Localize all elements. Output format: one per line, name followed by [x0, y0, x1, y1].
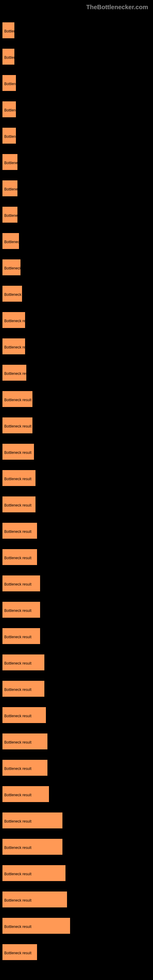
- spec-label: Bottleneck result for Intel Core i3-1210…: [4, 515, 118, 519]
- x-axis-tick: 100: [150, 966, 153, 969]
- spec-label: Bottleneck result for Intel Core i3-1210…: [4, 67, 111, 71]
- bar-category-label: Bottleneck result: [4, 530, 32, 534]
- bar-area: Bottleneck result40: [2, 813, 152, 830]
- spec-label: Bottleneck result for Intel Core i3-1210…: [4, 805, 127, 812]
- chart-row: Bottleneck result for Intel Core i3-1210…: [2, 805, 152, 831]
- x-axis-tick: 50: [76, 966, 79, 969]
- x-axis-tick: 0: [2, 966, 3, 969]
- spec-label: Bottleneck result for Intel Core i3-1210…: [4, 41, 116, 45]
- x-axis-tick: 80: [121, 966, 124, 969]
- chart-row: Bottleneck result for Intel Core i3-1210…: [2, 646, 152, 673]
- bar-value-label: 9: [18, 108, 20, 112]
- bar-value-label: 10: [19, 213, 23, 218]
- bar-value-label: 8: [16, 29, 18, 33]
- spec-label: Bottleneck result for Intel Core i3-1210…: [4, 251, 118, 255]
- bar-area: Bottleneck result9: [2, 75, 152, 93]
- bar-category-label: Bottleneck result: [4, 213, 32, 218]
- bar-area: Bottleneck result20: [2, 391, 152, 409]
- bar-category-label: Bottleneck result: [4, 898, 32, 902]
- bar-area: Bottleneck result23: [2, 944, 152, 962]
- bar-value-label: 21: [36, 450, 40, 455]
- bar-value-label: 11: [21, 240, 25, 244]
- bar-value-label: 22: [37, 477, 41, 481]
- bar-value-label: 25: [42, 635, 46, 639]
- bar-area: Bottleneck result25: [2, 576, 152, 593]
- chart-row: Bottleneck result for Intel Core i3-1210…: [2, 409, 152, 436]
- bar-value-label: 9: [18, 134, 20, 139]
- x-axis-tick: 70: [105, 966, 109, 969]
- chart-row: Bottleneck result for Intel Core i3-1210…: [2, 725, 152, 752]
- bar-area: Bottleneck result10: [2, 154, 152, 172]
- spec-label: Bottleneck result for Intel Core i3-1210…: [4, 462, 116, 466]
- bar-category-label: Bottleneck result: [4, 846, 32, 850]
- bar-category-label: Bottleneck result: [4, 503, 32, 508]
- chart-row: Bottleneck result for Intel Core i3-1210…: [2, 541, 152, 568]
- bar-value-label: 29: [48, 714, 52, 718]
- spec-label: Bottleneck result for Intel Core i3-1210…: [4, 673, 118, 676]
- bar-category-label: Bottleneck result: [4, 187, 32, 191]
- bar-value-label: 23: [39, 951, 43, 955]
- bar-area: Bottleneck result9: [2, 128, 152, 145]
- bar-area: Bottleneck result15: [2, 339, 152, 356]
- bar-area: Bottleneck result20: [2, 417, 152, 435]
- chart-row: Bottleneck result for Intel Core i3-1210…: [2, 436, 152, 462]
- spec-label: Bottleneck result for Intel Core i3-1210…: [4, 304, 118, 308]
- bar-value-label: 45: [72, 924, 76, 929]
- x-axis-tick: 90: [135, 966, 139, 969]
- bar-area: Bottleneck result23: [2, 549, 152, 567]
- bar-area: Bottleneck result29: [2, 707, 152, 725]
- spec-label: Bottleneck result for Intel Core i3-1210…: [4, 699, 109, 703]
- bar-value-label: 20: [34, 424, 38, 428]
- spec-label: Bottleneck result for Intel Core i3-1210…: [4, 94, 110, 97]
- bar-area: Bottleneck result22: [2, 496, 152, 514]
- spec-label: Bottleneck result for Intel Core i3-1210…: [4, 146, 116, 150]
- bar-category-label: Bottleneck result: [4, 371, 32, 376]
- bar-value-label: 22: [37, 503, 41, 508]
- bar-value-label: 40: [64, 846, 68, 850]
- bar-category-label: Bottleneck result: [4, 924, 32, 929]
- bar-value-label: 8: [16, 56, 18, 60]
- spec-label: Bottleneck result for Intel Core i3-1210…: [4, 725, 109, 729]
- chart-row: Bottleneck result for AMD Ryzen 5 3400G …: [2, 936, 152, 963]
- spec-label: Bottleneck result for Intel Core i3-1210…: [4, 331, 121, 334]
- spec-label: Bottleneck result for Intel Core i3-1210…: [4, 357, 116, 360]
- bar-category-label: Bottleneck result: [4, 450, 32, 455]
- bar-area: Bottleneck result43: [2, 891, 152, 909]
- chart-row: Bottleneck result for Intel Core i3-1210…: [2, 146, 152, 172]
- bar-area: Bottleneck result13: [2, 286, 152, 304]
- bar-area: Bottleneck result28: [2, 681, 152, 698]
- spec-label: Bottleneck result for Intel Core i3-1210…: [4, 278, 121, 282]
- chart-row: Bottleneck result for Intel Core i3-1210…: [2, 120, 152, 146]
- spec-label: Bottleneck result for Intel Core i3-1210…: [4, 488, 118, 492]
- chart-row: Bottleneck result for Intel Core i3-1210…: [2, 94, 152, 120]
- bar-value-label: 43: [69, 898, 73, 902]
- chart-row: Bottleneck result for Intel Core i3-1210…: [2, 857, 152, 883]
- bar-value-label: 15: [27, 319, 31, 323]
- bar-area: Bottleneck result25: [2, 602, 152, 620]
- bar-area: Bottleneck result8: [2, 49, 152, 67]
- bar-area: Bottleneck result10: [2, 180, 152, 198]
- bar-area: Bottleneck result42: [2, 865, 152, 883]
- bar-category-label: Bottleneck result: [4, 609, 32, 613]
- bar-value-label: 40: [64, 819, 68, 824]
- chart-row: Bottleneck result for Intel Core i3-1210…: [2, 199, 152, 225]
- bar-area: Bottleneck result23: [2, 523, 152, 541]
- bar-value-label: 10: [19, 187, 23, 191]
- bar-area: Bottleneck result25: [2, 628, 152, 646]
- spec-label: Bottleneck result for Intel Core i3-1210…: [4, 14, 116, 18]
- x-axis-tick: 10: [16, 966, 19, 969]
- chart-row: Bottleneck result for Intel Core i3-1210…: [2, 488, 152, 515]
- chart-row: Bottleneck result for Intel Core i3-1210…: [2, 383, 152, 409]
- bar-value-label: 16: [28, 371, 32, 376]
- bar-area: Bottleneck result21: [2, 444, 152, 461]
- chart-row: Bottleneck result for Intel Core i3-1210…: [2, 41, 152, 67]
- x-axis-tick: 40: [61, 966, 64, 969]
- spec-label: Bottleneck result for Intel Core i3-1210…: [4, 172, 121, 176]
- spec-label: Bottleneck result for Intel Core i3-1210…: [4, 436, 127, 443]
- bar-category-label: Bottleneck result: [4, 819, 32, 824]
- bar-area: Bottleneck result30: [2, 733, 152, 751]
- bar-area: Bottleneck result12: [2, 259, 152, 277]
- x-axis-tick: 20: [30, 966, 34, 969]
- spec-label: Bottleneck result for Intel Core i3-1210…: [4, 620, 118, 624]
- bar-area: Bottleneck result15: [2, 312, 152, 330]
